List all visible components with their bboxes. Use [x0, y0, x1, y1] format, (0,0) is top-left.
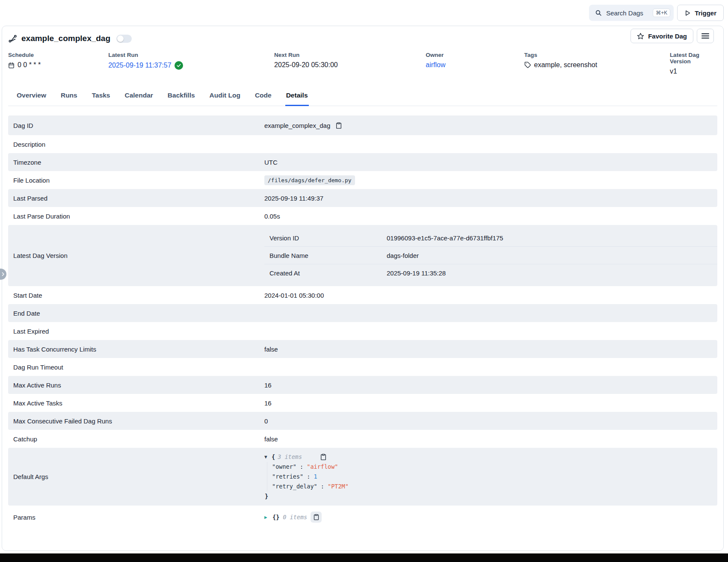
dag-card: example_complex_dag Favorite Dag — [2, 26, 724, 551]
row-value: false — [264, 435, 278, 443]
params-json-viewer: ▶ {} 0 items — [264, 507, 717, 527]
tab-details[interactable]: Details — [285, 87, 309, 106]
json-separator: : — [296, 463, 307, 470]
header-actions: Favorite Dag — [630, 29, 714, 43]
nested-row-bundle-name: Bundle Name dags-folder — [264, 247, 717, 264]
search-placeholder: Search Dags — [606, 9, 648, 17]
copy-dag-id-button[interactable] — [334, 121, 343, 130]
row-label: Has Task Concurrency Limits — [8, 341, 264, 358]
tab-calendar[interactable]: Calendar — [124, 87, 154, 106]
row-params: Params ▶ {} 0 items — [8, 506, 717, 529]
info-schedule: Schedule 0 0 * * * — [8, 52, 108, 75]
next-run-label: Next Run — [274, 52, 426, 58]
json-items-count: 0 items — [283, 512, 307, 522]
row-label: Params — [8, 509, 264, 526]
tab-tasks[interactable]: Tasks — [91, 87, 111, 106]
json-value: "airflow" — [307, 463, 338, 470]
row-latest-dag-version: Latest Dag Version Version ID 01996093-e… — [8, 225, 717, 286]
row-label: Description — [8, 136, 264, 153]
trigger-label: Trigger — [695, 9, 716, 17]
latest-run-link[interactable]: 2025-09-19 11:37:57 — [108, 62, 171, 69]
row-timezone: Timezone UTC — [8, 153, 717, 171]
row-dag-run-timeout: Dag Run Timeout — [8, 358, 717, 376]
next-run-value: 2025-09-20 05:30:00 — [274, 61, 338, 69]
tab-runs[interactable]: Runs — [60, 87, 78, 106]
row-label: Last Expired — [8, 323, 264, 340]
dag-header: example_complex_dag Favorite Dag — [2, 26, 723, 106]
row-max-active-tasks: Max Active Tasks 16 — [8, 394, 717, 412]
search-shortcut-badge: ⌘+K — [653, 9, 670, 17]
toggle-knob — [117, 35, 124, 42]
row-value: 2025-09-19 11:49:37 — [264, 195, 323, 202]
tab-backfills[interactable]: Backfills — [167, 87, 196, 106]
row-value: example_complex_dag — [264, 122, 330, 129]
airflow-dag-details-page: Search Dags ⌘+K Trigger — [0, 0, 728, 562]
row-label: Max Active Tasks — [8, 395, 264, 411]
latest-dag-version-value: v1 — [670, 68, 677, 75]
info-tags: Tags example, screenshot — [524, 52, 670, 75]
schedule-value: 0 0 * * * — [18, 61, 41, 69]
row-dag-id: Dag ID example_complex_dag — [8, 115, 717, 135]
json-key: "retries" — [272, 473, 303, 480]
json-key: "retry_delay" — [272, 483, 317, 490]
info-next-run: Next Run 2025-09-20 05:30:00 — [274, 52, 426, 75]
row-value: 16 — [264, 399, 272, 407]
json-separator: : — [303, 473, 314, 480]
search-input[interactable]: Search Dags ⌘+K — [589, 5, 674, 21]
copy-default-args-button[interactable] — [319, 453, 328, 461]
dag-options-menu-button[interactable] — [697, 29, 714, 43]
row-value: 0.05s — [264, 213, 280, 220]
copy-params-button[interactable] — [311, 512, 322, 523]
row-label: File Location — [8, 172, 264, 189]
json-value: 1 — [314, 473, 317, 480]
info-owner: Owner airflow — [426, 52, 524, 75]
tab-overview[interactable]: Overview — [16, 87, 47, 106]
nested-value: 01996093-e1c5-7ace-a77e-d6731ffbf175 — [387, 234, 717, 242]
file-location-value: /files/dags/defer_demo.py — [264, 175, 355, 185]
run-success-badge — [175, 61, 183, 70]
row-max-active-runs: Max Active Runs 16 — [8, 376, 717, 394]
row-value: 0 — [264, 417, 268, 425]
owner-label: Owner — [426, 52, 524, 58]
collapse-caret-icon[interactable]: ▼ — [264, 452, 269, 462]
row-has-task-concurrency-limits: Has Task Concurrency Limits false — [8, 340, 717, 358]
row-file-location: File Location /files/dags/defer_demo.py — [8, 171, 717, 189]
default-args-json-viewer: ▼ { 3 items "owner" : "airflow" "retries… — [264, 448, 717, 506]
row-last-parse-duration: Last Parse Duration 0.05s — [8, 207, 717, 225]
row-description: Description — [8, 135, 717, 153]
tab-audit-log[interactable]: Audit Log — [209, 87, 241, 106]
favorite-dag-label: Favorite Dag — [648, 33, 687, 40]
row-end-date: End Date — [8, 304, 717, 322]
search-icon — [595, 9, 602, 16]
latest-dag-version-table: Version ID 01996093-e1c5-7ace-a77e-d6731… — [264, 225, 717, 286]
nested-row-created-at: Created At 2025-09-19 11:35:28 — [264, 264, 717, 282]
json-separator: : — [317, 483, 328, 490]
hamburger-icon — [701, 33, 709, 39]
json-entry: "owner" : "airflow" — [272, 462, 717, 472]
dag-icon — [8, 34, 17, 43]
owner-link[interactable]: airflow — [426, 61, 445, 69]
page-title: example_complex_dag — [21, 34, 110, 43]
top-bar: Search Dags ⌘+K Trigger — [0, 0, 728, 26]
info-latest-run: Latest Run 2025-09-19 11:37:57 — [108, 52, 274, 75]
row-value: false — [264, 346, 278, 353]
row-last-parsed: Last Parsed 2025-09-19 11:49:37 — [8, 189, 717, 207]
details-table: Dag ID example_complex_dag Description T… — [8, 115, 717, 529]
row-label: Catchup — [8, 431, 264, 447]
trigger-button[interactable]: Trigger — [677, 5, 724, 21]
json-entry: "retries" : 1 — [272, 472, 717, 482]
play-icon — [684, 10, 691, 16]
dag-pause-toggle[interactable] — [116, 35, 132, 43]
row-label: Last Parse Duration — [8, 208, 264, 225]
expand-caret-icon[interactable]: ▶ — [264, 512, 269, 522]
row-label: Max Active Runs — [8, 377, 264, 393]
tags-value: example, screenshot — [534, 61, 598, 69]
row-label: Timezone — [8, 154, 264, 171]
favorite-dag-button[interactable]: Favorite Dag — [630, 29, 693, 43]
row-label: Latest Dag Version — [8, 247, 264, 264]
tab-code[interactable]: Code — [254, 87, 272, 106]
row-value: 2024-01-01 05:30:00 — [264, 292, 324, 299]
row-catchup: Catchup false — [8, 430, 717, 448]
row-value: UTC — [264, 159, 278, 166]
nested-label: Created At — [264, 269, 387, 277]
